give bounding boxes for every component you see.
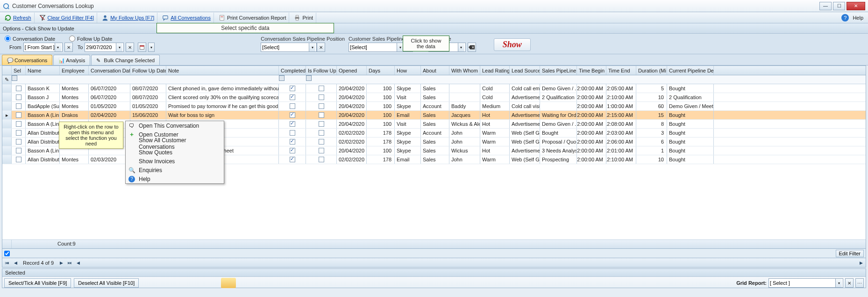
col-sel[interactable]: Sel [12,66,26,75]
menu-show-quotes[interactable]: Show Quotes [126,148,224,157]
checkbox[interactable] [16,121,21,127]
col-opened[interactable]: Opened [337,66,367,75]
checkbox[interactable] [319,103,324,109]
col-about[interactable]: About [421,66,449,75]
checkbox[interactable] [16,103,21,109]
col-conv-date[interactable]: Conversation Date▼ [89,66,130,75]
tab-bulk-change[interactable]: ✎Bulk Change Selected [91,55,160,65]
checkbox[interactable] [319,148,324,153]
checkbox[interactable] [290,103,295,109]
menu-help[interactable]: ?Help [126,174,224,183]
checkbox[interactable] [290,94,295,100]
chevron-down-icon[interactable]: ▾ [835,279,842,287]
checkbox[interactable] [16,130,21,136]
checkbox[interactable] [290,121,295,127]
refresh-button[interactable]: Refresh [2,13,35,23]
checkbox[interactable] [16,112,21,118]
deselect-all-button[interactable]: Deselect All Visible [F10] [74,278,139,288]
checkbox[interactable] [16,148,21,153]
col-timeend[interactable]: Time End [606,66,636,75]
col-leadsource[interactable]: Lead Source [510,66,540,75]
tab-analysis[interactable]: 📊Analysis [53,55,90,65]
filter-isfu-checkbox[interactable] [306,75,312,81]
col-timebegin[interactable]: Time Begin [577,66,606,75]
checkbox[interactable] [16,139,21,145]
hscroll-left-button[interactable]: ◀ [74,259,82,267]
employee-clear[interactable]: ✕ [468,43,476,52]
hscroll-right-button[interactable]: ▶ [857,259,865,267]
cust-pipeline-select[interactable]: ▾ [349,43,405,52]
chevron-down-icon[interactable]: ▾ [458,43,464,51]
col-leadrating[interactable]: Lead Rating [480,66,510,75]
folder-icon[interactable] [221,278,236,288]
filter-sel-checkbox[interactable] [12,75,17,81]
checkbox[interactable] [319,157,324,162]
col-note[interactable]: Note [166,66,279,75]
minimize-button[interactable]: — [819,2,832,10]
table-row[interactable]: Basson KMontes06/07/202008/07/2020Client… [2,84,866,93]
conv-pipeline-select[interactable]: ▾ [261,43,317,52]
chevron-down-icon[interactable]: ▾ [148,43,155,52]
radio-followup-date[interactable]: Follow Up Date [69,36,112,42]
menu-show-invoices[interactable]: Show Invoices [126,157,224,166]
col-isfollowup[interactable]: Is Follow Up [306,66,337,75]
checkbox[interactable] [290,148,295,153]
from-date-input[interactable]: ▾ [23,43,63,52]
all-conversations-button[interactable]: All Conversations [159,13,214,23]
checkbox[interactable] [290,130,295,136]
close-button[interactable]: ✕ [847,2,865,10]
nav-prev-button[interactable]: ◀ [12,259,19,267]
from-clear-button[interactable]: ✕ [64,43,73,52]
col-days[interactable]: Days [367,66,395,75]
col-name[interactable]: Name [26,66,60,75]
checkbox[interactable] [290,112,295,118]
menu-show-all-conversations[interactable]: Show All Customer Conversations [126,139,224,148]
checkbox[interactable] [319,94,324,100]
chevron-down-icon[interactable]: ▾ [309,43,315,51]
col-fu-date[interactable]: Follow Up Date [130,66,166,75]
chevron-down-icon[interactable]: ▾ [116,43,122,51]
grid-report-config[interactable]: ⋯ [855,278,864,288]
col-pipeline[interactable]: Sales PipeLine [540,66,577,75]
table-row[interactable]: Basson JMontes06/07/202008/07/2020Client… [2,93,866,102]
select-all-button[interactable]: Select/Tick All Visible [F9] [4,278,71,288]
col-employee[interactable]: Employee [60,66,89,75]
menu-open-conversation[interactable]: 🗨Open This Conversation [126,121,224,130]
checkbox[interactable] [16,157,21,162]
to-date-input[interactable]: ▾ [85,43,124,52]
checkbox[interactable] [319,139,324,145]
filter-completed-checkbox[interactable] [279,75,285,81]
checkbox[interactable] [319,130,324,136]
nav-next-button[interactable]: ▶ [57,259,65,267]
edit-filter-button[interactable]: Edit Filter [836,250,864,257]
nav-last-button[interactable]: ⏭ [66,259,73,267]
table-row[interactable]: BadApple (Sus...Montes01/05/202001/05/20… [2,102,866,111]
col-currentpipeline[interactable]: Current Pipeline Descr [667,66,714,75]
help-button[interactable]: ?Help [839,13,866,23]
chevron-down-icon[interactable]: ▾ [397,43,403,51]
col-completed[interactable]: Completed [279,66,306,75]
table-row[interactable]: ▸Basson A (Link...Drakos02/04/202015/06/… [2,111,866,120]
col-withwhom[interactable]: With Whom [449,66,480,75]
checkbox[interactable] [319,86,324,91]
col-duration[interactable]: Duration (Mi... [636,66,667,75]
nav-first-button[interactable]: ⏮ [3,259,11,267]
maximize-button[interactable]: ☐ [833,2,845,10]
checkbox[interactable] [16,94,21,100]
show-button[interactable]: Show [494,38,531,51]
checkbox[interactable] [16,86,21,91]
radio-conversation-date[interactable]: Conversation Date [5,36,55,42]
checkbox[interactable] [290,86,295,91]
auto-filter-row[interactable]: ✎ [2,75,866,84]
checkbox[interactable] [319,112,324,118]
chevron-down-icon[interactable]: ▾ [55,43,61,51]
checkbox[interactable] [290,139,295,145]
conv-pipeline-clear[interactable]: ✕ [317,43,325,52]
calendar-button[interactable] [138,43,146,52]
my-followups-button[interactable]: My Follow Ups [F7] [99,13,157,23]
grid-report-select[interactable]: ▾ [768,278,843,288]
clear-grid-filter-button[interactable]: Clear Grid Filter [F4] [36,13,98,23]
print-button[interactable]: Print [291,13,316,23]
filter-active-checkbox[interactable] [4,251,10,256]
checkbox[interactable] [319,121,324,127]
